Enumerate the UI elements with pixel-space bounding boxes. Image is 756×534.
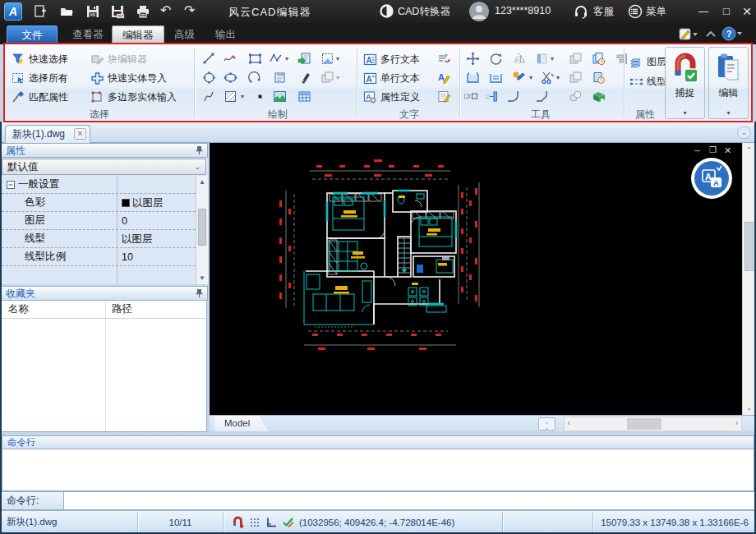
frame-dropdown-icon[interactable]: ▾ (551, 55, 554, 62)
property-row-layer[interactable]: 图层 0 (2, 212, 196, 230)
property-row-ltscale[interactable]: 线型比例 10 (2, 248, 196, 266)
draw-rectangle-icon[interactable] (248, 52, 262, 66)
touch-dropdown-icon[interactable]: ▾ (529, 74, 532, 81)
draw-arc-icon[interactable] (248, 71, 262, 85)
command-input[interactable] (64, 491, 756, 510)
canvas-hscrollbar[interactable]: ‹ › (564, 417, 742, 431)
menu-icon[interactable] (628, 4, 643, 19)
translate-float-button[interactable]: AA (691, 158, 732, 199)
tool-move-icon[interactable] (466, 52, 480, 66)
tool-chamfer-icon[interactable] (535, 90, 549, 104)
collapse-ribbon-icon[interactable] (705, 30, 717, 38)
favorites-list[interactable]: 名称 路径 (1, 301, 207, 432)
undo-icon[interactable]: ↶ (160, 2, 175, 17)
minimize-button[interactable]: — (694, 3, 712, 20)
model-tab[interactable]: Model (214, 416, 269, 431)
drawing-canvas[interactable]: ─ ❐ ✕ AA (210, 143, 742, 415)
select-all-button[interactable]: 选择所有 (12, 70, 68, 86)
canvas-vscrollbar[interactable]: ⌃ ⌄ (742, 143, 755, 415)
pin-icon[interactable] (195, 145, 204, 155)
help-icon[interactable]: ? (721, 26, 743, 41)
scroll-thumb[interactable] (198, 209, 206, 246)
property-row-color[interactable]: 色彩 以图层 (2, 194, 196, 212)
edit-button[interactable]: 编辑 ▾ (708, 47, 749, 119)
pin-icon[interactable] (195, 288, 204, 298)
collapse-section-icon[interactable] (7, 181, 15, 189)
tab-file[interactable]: 文件 (7, 25, 58, 44)
command-history[interactable] (2, 449, 754, 491)
draw-line-icon[interactable] (202, 52, 216, 66)
vscroll-up-icon[interactable]: ⌃ (743, 146, 755, 154)
tool-scale-icon[interactable] (463, 90, 477, 104)
tool-frame-icon[interactable] (535, 52, 549, 66)
tool-base-tray-icon[interactable] (466, 71, 480, 85)
open-folder-icon[interactable] (59, 4, 74, 19)
save-icon[interactable] (85, 4, 100, 19)
attdef-button[interactable]: A 属性定义 (363, 89, 420, 105)
draw-spline-icon[interactable] (202, 90, 216, 104)
print-icon[interactable] (136, 4, 150, 19)
scroll-up-icon[interactable]: ▲ (196, 178, 208, 186)
doc-restore-icon[interactable]: ❐ (709, 145, 717, 155)
tab-advanced[interactable]: 高级 (164, 25, 205, 44)
close-button[interactable]: ✕ (738, 3, 756, 20)
draw-polyline-icon[interactable] (270, 52, 284, 66)
status-snap-icon[interactable] (232, 516, 244, 528)
properties-scrollbar[interactable]: ▲ ▼ (196, 176, 208, 284)
match-properties-button[interactable]: 匹配属性 (12, 89, 68, 105)
tool-paste-clock-icon[interactable] (592, 71, 606, 85)
edit-text-icon[interactable] (437, 90, 451, 104)
snap-button[interactable]: 捕捉 ▾ (665, 47, 705, 119)
trim-dropdown-icon[interactable]: ▾ (556, 74, 560, 81)
support-label[interactable]: 客服 (593, 5, 614, 19)
cad-converter-label[interactable]: CAD转换器 (398, 5, 450, 19)
document-tab-close-icon[interactable]: ✕ (74, 128, 86, 140)
property-row-linetype[interactable]: 线型 以图层 (2, 230, 196, 248)
mtext-button[interactable]: A 多行文本 (363, 51, 420, 67)
doc-close-icon[interactable]: ✕ (724, 145, 731, 155)
status-ortho-icon[interactable] (265, 517, 277, 528)
support-headset-icon[interactable] (574, 4, 588, 19)
draw-image-icon[interactable] (273, 90, 287, 104)
tool-trim-icon[interactable] (541, 71, 555, 85)
tool-align-icon[interactable] (615, 52, 629, 66)
check-spelling-icon[interactable]: A (437, 71, 451, 85)
maximize-button[interactable]: □ (717, 3, 735, 20)
vscroll-down-icon[interactable]: ⌄ (743, 404, 755, 412)
document-tab[interactable]: 新块(1).dwg ✕ (5, 125, 90, 143)
find-replace-icon[interactable]: ? (437, 52, 451, 66)
draw-ellipse-icon[interactable] (224, 71, 237, 85)
save-pdf-icon[interactable]: PDF (110, 4, 125, 19)
clip-dropdown-icon[interactable]: ▾ (336, 55, 339, 62)
edit-dropdown-icon[interactable]: ▾ (726, 109, 730, 117)
tab-viewer[interactable]: 查看器 (62, 25, 113, 44)
tab-editor[interactable]: 编辑器 (112, 25, 164, 44)
quick-entity-import-button[interactable]: 快速实体导入 (90, 70, 167, 86)
doc-minimize-icon[interactable]: ─ (694, 146, 700, 156)
tool-paste-source-icon[interactable] (592, 52, 606, 66)
snap-dropdown-icon[interactable]: ▾ (683, 109, 686, 117)
draw-region-icon[interactable] (320, 71, 334, 85)
tool-copy-tray-icon[interactable] (489, 71, 503, 85)
hscroll-right-icon[interactable]: › (735, 419, 738, 427)
polyline-dropdown-icon[interactable]: ▾ (285, 55, 288, 62)
dtext-button[interactable]: A 单行文本 (363, 70, 420, 86)
vscroll-thumb[interactable] (744, 222, 754, 271)
tool-fillet-icon[interactable] (506, 90, 520, 104)
menu-label[interactable]: 菜单 (646, 5, 666, 19)
layers-button[interactable]: 图层 (629, 53, 666, 70)
tab-bar-chevron-icon[interactable]: ⌄ (737, 127, 751, 139)
draw-sketch-icon[interactable] (224, 52, 237, 66)
polygon-entity-input-button[interactable]: 多边形实体输入 (90, 89, 177, 105)
draw-table-icon[interactable] (297, 90, 311, 104)
hscroll-left-icon[interactable]: ‹ (568, 419, 570, 427)
tool-touch-select-icon[interactable] (512, 71, 526, 85)
draw-style-pen-icon[interactable] (299, 71, 313, 85)
avatar-icon[interactable] (468, 1, 490, 22)
layout-expand-icon[interactable]: ⌄⌄ (538, 417, 555, 430)
cad-converter-icon[interactable] (380, 4, 394, 18)
status-draft-check-icon[interactable] (282, 516, 294, 528)
hatch-dropdown-icon[interactable]: ▾ (241, 93, 244, 100)
draw-clip-icon[interactable] (320, 52, 334, 66)
draw-point-icon[interactable] (253, 90, 267, 104)
